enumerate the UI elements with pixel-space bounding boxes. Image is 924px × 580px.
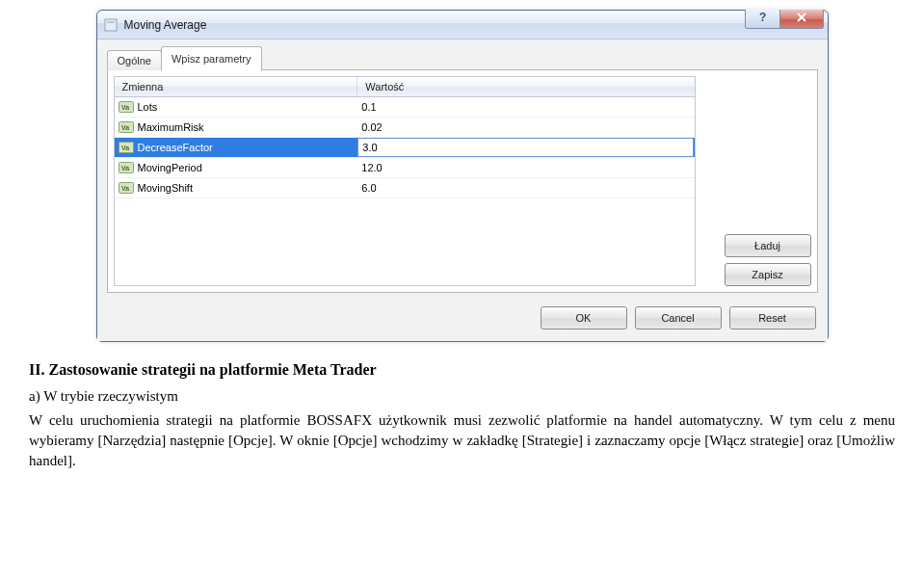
svg-rect-0 [105,19,117,31]
doc-heading: II. Zastosowanie strategii na platformie… [29,361,895,379]
tab-parameters[interactable]: Wpisz parametry [161,46,262,71]
close-button[interactable] [779,10,824,29]
svg-text:Va: Va [121,124,129,131]
tab-panel-parameters: Zmienna Wartość Va Lots 0.1 [107,69,818,293]
tab-general[interactable]: Ogólne [107,50,162,70]
table-row[interactable]: Va MovingPeriod 12.0 [115,158,695,178]
parameter-table: Zmienna Wartość Va Lots 0.1 [114,76,696,286]
dialog-title: Moving Average [124,18,207,32]
table-row-selected[interactable]: Va DecreaseFactor [115,138,695,158]
svg-rect-1 [107,21,115,23]
param-name: MovingShift [138,182,193,194]
param-name: Lots [138,101,158,113]
close-icon [796,12,807,26]
dialog-bottom-buttons: OK Cancel Reset [107,303,818,331]
table-blank-area [115,198,695,285]
ok-button[interactable]: OK [541,306,627,330]
tabs: Ogólne Wpisz parametry [107,46,818,70]
table-row[interactable]: Va Lots 0.1 [115,97,695,118]
param-value: 0.1 [361,101,376,113]
table-row[interactable]: Va MaximumRisk 0.02 [115,118,695,138]
svg-text:Va: Va [121,145,129,151]
doc-subheading: a) W trybie rzeczywistym [29,388,895,405]
param-value: 12.0 [361,162,382,173]
dialog-titlebar[interactable]: Moving Average ? [97,11,828,40]
svg-text:Va: Va [121,185,129,192]
variable-type-icon: Va [119,161,134,174]
dialog-icon [103,17,119,33]
help-icon: ? [756,11,768,27]
svg-text:Va: Va [121,165,129,171]
param-value: 0.02 [361,121,382,133]
variable-type-icon: Va [119,100,134,114]
variable-type-icon: Va [119,120,134,134]
dialog-body: Ogólne Wpisz parametry Zmienna Wartość [97,40,828,341]
reset-button[interactable]: Reset [729,306,816,330]
load-button[interactable]: Ładuj [725,234,811,257]
col-value[interactable]: Wartość [357,77,694,96]
param-name: DecreaseFactor [138,142,213,153]
param-name: MaximumRisk [138,121,204,133]
doc-paragraph: W celu uruchomienia strategii na platfor… [29,410,895,471]
moving-average-dialog: Moving Average ? Ogólne Wpisz parametry [96,10,829,342]
param-value-editor[interactable] [357,138,694,157]
variable-type-icon: Va [119,141,134,154]
table-row[interactable]: Va MovingShift 6.0 [115,178,695,198]
svg-text:Va: Va [121,104,129,111]
help-button[interactable]: ? [745,10,779,29]
param-name: MovingPeriod [138,162,202,173]
param-value: 6.0 [361,182,376,194]
cancel-button[interactable]: Cancel [635,306,722,330]
table-header: Zmienna Wartość [115,77,695,97]
variable-type-icon: Va [119,181,134,195]
svg-text:?: ? [759,11,766,24]
save-button[interactable]: Zapisz [725,263,811,286]
col-variable[interactable]: Zmienna [115,77,358,96]
